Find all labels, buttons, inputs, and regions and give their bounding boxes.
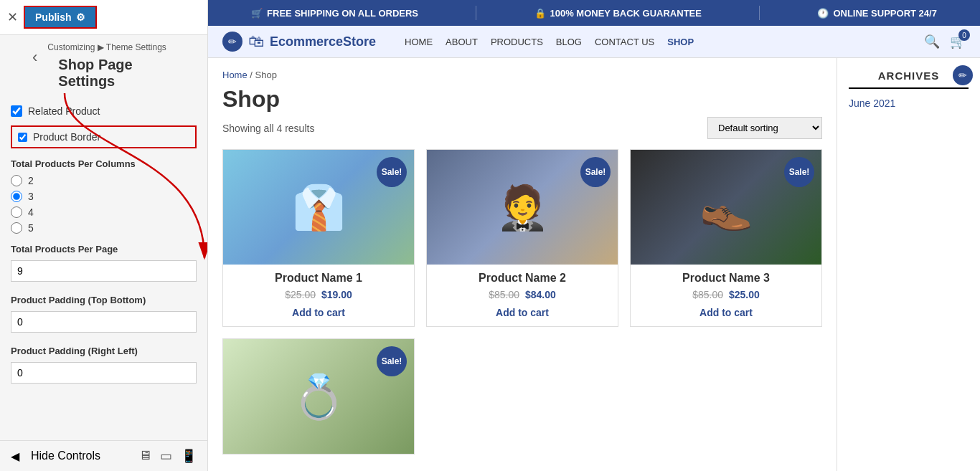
col-2-label: 2: [28, 175, 34, 186]
product-info-2: Product Name 2 $85.00 $84.00 Add to cart: [427, 265, 618, 326]
bottom-bar: ◀ Hide Controls 🖥 ▭ 📱: [0, 440, 207, 471]
col-5-label: 5: [28, 222, 34, 234]
results-bar: Showing all 4 results Default sorting So…: [222, 117, 822, 139]
banner-guarantee-text: 100% MONEY BACK GUARANTEE: [550, 8, 702, 19]
product-card-4: Sale!: [222, 338, 415, 455]
device-icons: 🖥 ▭ 📱: [138, 448, 197, 464]
col-5-row: 5: [11, 222, 197, 234]
banner-item-support: 🕐 ONLINE SUPPORT 24/7: [817, 8, 936, 19]
shield-icon: 🔒: [534, 8, 546, 19]
padding-rl-label: Product Padding (Right Left): [11, 346, 197, 356]
nav-products[interactable]: PRODUCTS: [491, 37, 543, 47]
publish-label: Publish: [35, 11, 72, 23]
nav-links: HOME ABOUT PRODUCTS BLOG CONTACT US SHOP: [405, 37, 694, 47]
col-4-radio[interactable]: [11, 206, 22, 218]
logo-edit-icon[interactable]: ✏: [222, 32, 242, 52]
shop-main: Home / Shop Shop Showing all 4 results D…: [208, 58, 837, 471]
new-price-1: $19.00: [321, 289, 352, 300]
new-price-3: $25.00: [729, 289, 760, 300]
padding-rl-input[interactable]: [11, 362, 197, 384]
nav-bar: ✏ 🛍 EcommerceStore HOME ABOUT PRODUCTS B…: [208, 26, 980, 58]
cart-icon: 🛒: [251, 8, 263, 19]
publish-button[interactable]: Publish ⚙: [24, 6, 97, 29]
product-info-3: Product Name 3 $85.00 $25.00 Add to cart: [631, 265, 821, 326]
tablet-icon[interactable]: ▭: [160, 448, 172, 464]
panel-content: Related Product Product Border Total Pro…: [0, 98, 207, 440]
breadcrumb-separator: /: [250, 70, 255, 80]
banner-support-text: ONLINE SUPPORT 24/7: [833, 8, 936, 19]
product-card-1: Sale! Product Name 1 $25.00 $19.00 Add t…: [222, 149, 415, 327]
shop-content: Home / Shop Shop Showing all 4 results D…: [208, 58, 980, 471]
product-border-label: Product Border: [33, 131, 100, 143]
price-row-3: $85.00 $25.00: [638, 289, 814, 300]
sale-badge-3: Sale!: [784, 157, 814, 187]
chevron-left-icon: ◀: [11, 449, 19, 463]
product-name-2: Product Name 2: [434, 272, 611, 285]
sale-badge-4: Sale!: [377, 346, 407, 376]
old-price-2: $85.00: [489, 289, 519, 300]
old-price-1: $25.00: [285, 289, 316, 300]
left-panel: ✕ Publish ⚙ ‹ Customizing ▶ Theme Settin…: [0, 0, 208, 471]
products-grid: Sale! Product Name 1 $25.00 $19.00 Add t…: [222, 149, 822, 455]
col-3-radio[interactable]: [11, 191, 22, 202]
product-card-3: Sale! Product Name 3 $85.00 $25.00 Add t…: [630, 149, 822, 327]
padding-tb-input[interactable]: [11, 311, 197, 333]
nav-blog[interactable]: BLOG: [556, 37, 582, 47]
bag-icon: 🛍: [248, 32, 264, 51]
preview-area: 🛒 FREE SHIPPING ON ALL ORDERS 🔒 100% MON…: [208, 0, 980, 471]
nav-shop[interactable]: SHOP: [667, 37, 694, 47]
col-2-radio[interactable]: [11, 175, 22, 186]
nav-contact[interactable]: CONTACT US: [595, 37, 654, 47]
col-4-label: 4: [28, 206, 34, 218]
product-card-2: Sale! Product Name 2 $85.00 $84.00 Add t…: [426, 149, 618, 327]
close-button[interactable]: ✕: [7, 9, 18, 25]
shop-sidebar: ✏ ARCHIVES June 2021: [837, 58, 980, 471]
product-name-1: Product Name 1: [230, 272, 407, 285]
logo-text: EcommerceStore: [270, 34, 376, 49]
gear-icon: ⚙: [76, 11, 85, 23]
related-product-row: Related Product: [11, 105, 197, 117]
sale-badge-1: Sale!: [377, 157, 407, 187]
sidebar-edit-icon[interactable]: ✏: [953, 65, 973, 85]
add-to-cart-2[interactable]: Add to cart: [496, 307, 549, 318]
breadcrumb: Customizing ▶ Theme Settings: [47, 42, 197, 52]
col-5-radio[interactable]: [11, 222, 22, 234]
clock-icon: 🕐: [817, 8, 829, 19]
logo-area: ✏ 🛍 EcommerceStore: [222, 32, 376, 52]
col-3-label: 3: [28, 191, 34, 202]
related-product-checkbox[interactable]: [11, 105, 22, 117]
nav-home[interactable]: HOME: [405, 37, 433, 47]
shop-title: Shop: [222, 86, 822, 113]
banner-item-guarantee: 🔒 100% MONEY BACK GUARANTEE: [534, 8, 702, 19]
results-text: Showing all 4 results: [222, 123, 314, 134]
sale-badge-2: Sale!: [580, 157, 611, 187]
product-border-checkbox[interactable]: [18, 133, 27, 142]
desktop-icon[interactable]: 🖥: [138, 448, 151, 464]
price-row-2: $85.00 $84.00: [434, 289, 611, 300]
sort-select[interactable]: Default sorting Sort by popularity Sort …: [707, 117, 822, 139]
per-page-input[interactable]: [11, 260, 197, 282]
archive-item-june-2021[interactable]: June 2021: [849, 97, 969, 109]
hide-controls-label: Hide Controls: [31, 449, 100, 462]
nav-right: 🔍 🛒 0: [924, 34, 966, 49]
product-image-2: Sale!: [427, 150, 618, 265]
cart-badge: 0: [958, 29, 970, 41]
top-banner: 🛒 FREE SHIPPING ON ALL ORDERS 🔒 100% MON…: [208, 0, 980, 26]
search-icon[interactable]: 🔍: [924, 34, 940, 49]
add-to-cart-3[interactable]: Add to cart: [699, 307, 753, 318]
product-image-4: Sale!: [223, 339, 414, 454]
col-2-row: 2: [11, 175, 197, 186]
mobile-icon[interactable]: 📱: [181, 448, 197, 464]
product-image-1: Sale!: [223, 150, 414, 265]
banner-shipping-text: FREE SHIPPING ON ALL ORDERS: [267, 8, 418, 19]
nav-about[interactable]: ABOUT: [446, 37, 478, 47]
cart-container: 🛒 0: [950, 34, 966, 49]
banner-item-shipping: 🛒 FREE SHIPPING ON ALL ORDERS: [251, 8, 418, 19]
add-to-cart-1[interactable]: Add to cart: [292, 307, 345, 318]
product-name-3: Product Name 3: [638, 272, 814, 285]
breadcrumb-shop: Shop: [255, 70, 277, 80]
columns-label: Total Products Per Columns: [11, 158, 197, 169]
banner-divider-1: [476, 6, 476, 20]
back-button[interactable]: ‹: [25, 42, 44, 72]
breadcrumb-home[interactable]: Home: [222, 70, 248, 80]
